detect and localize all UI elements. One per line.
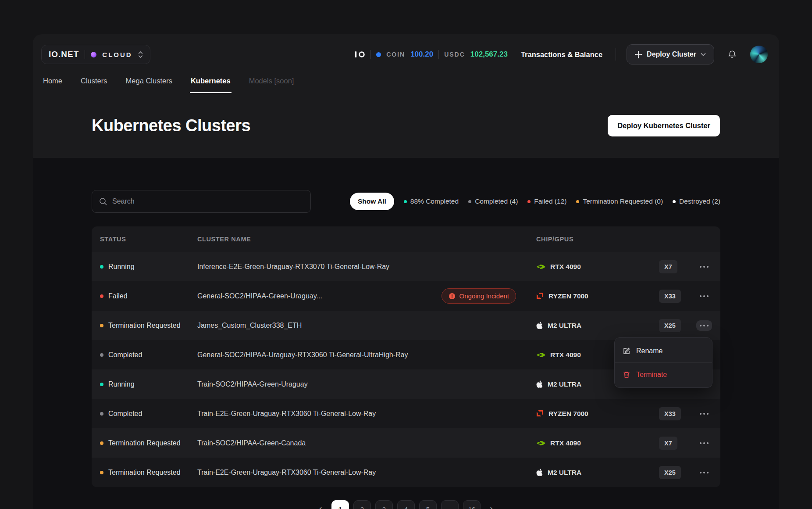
table-row[interactable]: Running Inference-E2E-Green-Uraguay-RTX3… [92, 252, 720, 281]
filter-show-all[interactable]: Show All [350, 193, 394, 210]
chip-cell: RTX 4090 [536, 263, 659, 271]
terminate-label: Terminate [636, 371, 667, 379]
rename-label: Rename [636, 347, 662, 355]
cluster-name: Inference-E2E-Green-Uraguay-RTX3070 Ti-G… [197, 263, 389, 271]
clusters-table-wrap: STATUS CLUSTER NAME CHIP/GPUS Running [92, 226, 720, 487]
pagination-page-4[interactable]: 4 [397, 500, 415, 509]
filter-row: Show All 88% Completed Completed (4) Fai… [92, 190, 720, 213]
row-menu-button[interactable] [696, 467, 712, 478]
balance-divider [438, 50, 439, 59]
gpu-count-badge: X33 [659, 290, 681, 303]
tab-clusters[interactable]: Clusters [80, 70, 108, 93]
pagination-prev-button[interactable]: ‹ [314, 500, 327, 509]
tab-kubernetes[interactable]: Kubernetes [190, 70, 231, 93]
ellipsis-icon [700, 442, 709, 444]
nvidia-icon [536, 352, 545, 358]
pagination-page-5[interactable]: 5 [419, 500, 437, 509]
pagination-page-3[interactable]: 3 [375, 500, 393, 509]
pagination-next-button[interactable]: › [485, 500, 498, 509]
filter-chip-completed[interactable]: Completed (4) [468, 197, 518, 205]
bell-icon [727, 50, 737, 59]
menu-item-terminate[interactable]: Terminate [615, 363, 712, 386]
nvidia-icon [536, 264, 545, 270]
table-row[interactable]: Completed Train-E2E-Green-Uraguay-RTX306… [92, 399, 720, 428]
page-header: Kubernetes Clusters Deploy Kubernetes Cl… [33, 93, 779, 158]
filter-chip-failed[interactable]: Failed (12) [527, 197, 566, 205]
pagination-page-16[interactable]: 16 [463, 500, 481, 509]
filter-chip-completed-pct[interactable]: 88% Completed [404, 197, 459, 205]
filter-chip-termination-requested[interactable]: Termination Requested (0) [576, 197, 663, 205]
cloud-product-icon [91, 52, 96, 57]
table-header: STATUS CLUSTER NAME CHIP/GPUS [92, 226, 720, 252]
ellipsis-icon [700, 295, 709, 297]
main-nav: Home Clusters Mega Clusters Kubernetes M… [33, 70, 779, 93]
status-label: Running [108, 380, 135, 388]
pagination-page-1[interactable]: 1 [331, 500, 349, 509]
status-cell: Failed [100, 292, 197, 300]
ellipsis-icon [700, 472, 709, 473]
notifications-button[interactable] [725, 47, 740, 62]
header-divider [616, 48, 616, 61]
amd-icon [536, 292, 544, 300]
column-header-status: STATUS [100, 236, 197, 243]
red-dot-icon [527, 200, 531, 203]
row-context-menu: Rename Terminate [614, 337, 712, 388]
chip-label: M2 ULTRA [548, 469, 581, 477]
page-title: Kubernetes Clusters [92, 116, 250, 135]
search-icon [99, 197, 107, 205]
gpu-count-cell: X25 [659, 319, 696, 332]
status-label: Termination Requested [108, 469, 181, 477]
usdc-value: 102,567.23 [470, 50, 508, 59]
cluster-name-cell: Inference-E2E-Green-Uraguay-RTX3070 Ti-G… [197, 263, 536, 271]
cluster-name-cell: General-SOC2/HIPAA-Uraguay-RTX3060 Ti-Ge… [197, 351, 536, 359]
filter-label: Failed (12) [534, 197, 566, 205]
status-cell: Completed [100, 410, 197, 418]
chevron-down-icon [701, 53, 706, 56]
io-mark-icon [355, 51, 365, 57]
pagination-ellipsis[interactable]: ... [441, 500, 459, 509]
status-dot-termination [100, 441, 103, 445]
gpu-count-cell: X7 [659, 260, 696, 273]
selector-updown-icon [138, 51, 143, 58]
filter-chip-destroyed[interactable]: Destroyed (2) [673, 197, 720, 205]
gpu-count-badge: X33 [659, 407, 681, 420]
deploy-cluster-button[interactable]: Deploy Cluster [627, 44, 714, 65]
chip-label: RTX 4090 [550, 351, 581, 359]
alert-icon [449, 293, 456, 300]
cluster-name-cell: Train-E2E-Green-Uraguay-RTX3060 Ti-Gener… [197, 410, 536, 418]
avatar[interactable] [750, 46, 768, 63]
ellipsis-icon [700, 266, 709, 268]
row-menu-button-open[interactable] [696, 320, 712, 331]
gpu-count-badge: X7 [659, 437, 677, 450]
row-menu-button[interactable] [696, 438, 712, 448]
tab-home[interactable]: Home [42, 70, 63, 93]
chip-cell: M2 ULTRA [536, 468, 659, 477]
status-dot-termination [100, 471, 103, 474]
status-dot-running [100, 383, 103, 386]
row-menu-button[interactable] [696, 291, 712, 301]
ongoing-incident-badge: Ongoing Incident [442, 288, 516, 304]
apple-icon [536, 380, 543, 388]
coin-label: COIN [386, 51, 405, 58]
status-dot-completed [100, 412, 103, 416]
cluster-name: Train-E2E-Green-Uraguay-RTX3060 Ti-Gener… [197, 469, 376, 477]
status-label: Completed [108, 351, 142, 359]
status-dot-running [100, 265, 103, 269]
transactions-balance-button[interactable]: Transactions & Balance [518, 47, 605, 62]
row-menu-button[interactable] [696, 409, 712, 419]
table-row[interactable]: Termination Requested James_Custom_Clust… [92, 311, 720, 340]
search-input[interactable] [112, 197, 303, 205]
tab-mega-clusters[interactable]: Mega Clusters [125, 70, 173, 93]
brand-logo[interactable]: IO.NET CLOUD [41, 45, 150, 64]
status-cell: Running [100, 263, 197, 271]
deploy-kubernetes-cluster-button[interactable]: Deploy Kubernetes Cluster [608, 115, 720, 136]
pagination-page-2[interactable]: 2 [353, 500, 371, 509]
table-row[interactable]: Failed General-SOC2/HIPAA-Green-Uraguay.… [92, 281, 720, 311]
gpu-count-cell: X25 [659, 466, 696, 479]
menu-item-rename[interactable]: Rename [615, 339, 712, 362]
table-row[interactable]: Termination Requested Train-E2E-Green-Ur… [92, 458, 720, 487]
white-dot-icon [673, 200, 676, 203]
table-row[interactable]: Termination Requested Train-SOC2/HIPAA-G… [92, 428, 720, 458]
chip-label: RYZEN 7000 [548, 410, 588, 418]
row-menu-button[interactable] [696, 262, 712, 272]
